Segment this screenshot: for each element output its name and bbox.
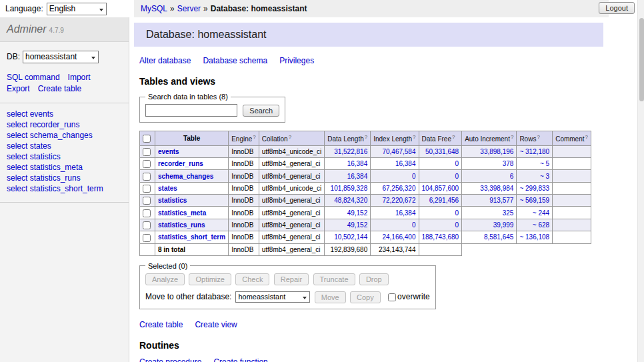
help-link[interactable]: ? [511, 134, 513, 140]
table-name-link[interactable]: events [158, 148, 179, 155]
language-select[interactable]: English [47, 3, 106, 15]
data-length-link[interactable]: 31,522,816 [334, 148, 367, 155]
auto-increment-link[interactable]: 8,581,645 [484, 233, 514, 241]
alter-database-link[interactable]: Alter database [139, 56, 191, 65]
move-db-select[interactable]: homeassistant [236, 292, 309, 302]
help-link[interactable]: ? [253, 134, 255, 140]
data-length-link[interactable]: 16,384 [347, 173, 368, 180]
database-schema-link[interactable]: Database schema [203, 56, 267, 65]
privileges-link[interactable]: Privileges [279, 56, 314, 65]
sidebar-link-import[interactable]: Import [68, 73, 91, 82]
truncate-button[interactable]: Truncate [313, 273, 355, 285]
vertical-scrollbar[interactable] [637, 0, 644, 362]
search-button[interactable]: Search [243, 105, 279, 117]
auto-increment-link[interactable]: 6 [510, 173, 514, 180]
data-length-link[interactable]: 10,502,144 [334, 233, 367, 241]
check-button[interactable]: Check [235, 273, 269, 285]
select-all-checkbox[interactable] [143, 135, 151, 143]
table-name-link[interactable]: recorder_runs [158, 160, 203, 167]
data-free-link[interactable]: 0 [455, 221, 459, 229]
row-checkbox[interactable] [143, 173, 151, 181]
rows-link[interactable]: ~ 628 [533, 221, 549, 229]
data-free-link[interactable]: 188,743,680 [422, 233, 459, 241]
table-name-link[interactable]: statistics_short_term [158, 233, 225, 241]
create-table-link[interactable]: Create table [139, 320, 183, 329]
help-link[interactable]: ? [585, 134, 588, 140]
create-view-link[interactable]: Create view [195, 320, 237, 329]
help-link[interactable]: ? [452, 134, 455, 140]
rows-link[interactable]: ~ 136,108 [519, 233, 549, 241]
sidebar-item-select-statistics[interactable]: select statistics [7, 151, 122, 162]
analyze-button[interactable]: Analyze [145, 273, 185, 285]
auto-increment-link[interactable]: 378 [503, 160, 514, 167]
index-length-link[interactable]: 0 [412, 173, 416, 180]
move-button[interactable]: Move [315, 291, 346, 303]
data-length-link[interactable]: 48,824,320 [334, 197, 367, 204]
row-checkbox[interactable] [143, 221, 151, 229]
table-name-link[interactable]: statistics [158, 197, 187, 204]
breadcrumb-link-server[interactable]: Server [177, 4, 201, 13]
sidebar-item-select-states[interactable]: select states [7, 141, 122, 151]
sidebar-item-select-recorder-runs[interactable]: select recorder_runs [7, 119, 122, 130]
data-free-link[interactable]: 6,291,456 [429, 197, 459, 204]
data-free-link[interactable]: 0 [455, 160, 459, 167]
row-checkbox[interactable] [143, 160, 151, 168]
breadcrumb-link-mysql[interactable]: MySQL [141, 4, 167, 13]
sidebar-item-select-events[interactable]: select events [7, 109, 122, 119]
db-select[interactable]: homeassistant [23, 51, 98, 63]
table-name-link[interactable]: statistics_runs [158, 221, 205, 229]
overwrite-checkbox[interactable] [388, 293, 396, 301]
auto-increment-link[interactable]: 913,577 [489, 197, 513, 204]
sidebar-link-sql-command[interactable]: SQL command [7, 73, 60, 82]
overwrite-label[interactable]: overwrite [397, 292, 430, 301]
logout-button[interactable]: Logout [599, 2, 635, 14]
rows-link[interactable]: ~ 244 [533, 209, 549, 217]
rows-link[interactable]: ~ 569,159 [519, 197, 549, 204]
help-link[interactable]: ? [289, 134, 291, 140]
data-length-link[interactable]: 49,152 [347, 209, 368, 217]
optimize-button[interactable]: Optimize [189, 273, 231, 285]
data-free-link[interactable]: 50,331,648 [425, 148, 459, 155]
sidebar-link-export[interactable]: Export [7, 84, 30, 93]
index-length-link[interactable]: 24,166,400 [382, 233, 415, 241]
data-free-link[interactable]: 104,857,600 [422, 185, 459, 192]
sidebar-link-create-table[interactable]: Create table [38, 84, 81, 93]
rows-link[interactable]: ~ 299,833 [519, 185, 549, 192]
row-checkbox[interactable] [143, 185, 151, 193]
index-length-link[interactable]: 70,467,584 [382, 148, 415, 155]
row-checkbox[interactable] [143, 148, 151, 156]
index-length-link[interactable]: 16,384 [395, 160, 416, 167]
auto-increment-link[interactable]: 325 [503, 209, 514, 217]
auto-increment-link[interactable]: 39,999 [493, 221, 514, 229]
table-name-link[interactable]: statistics_meta [158, 209, 206, 217]
sidebar-item-select-schema-changes[interactable]: select schema_changes [7, 130, 122, 141]
create-function-link[interactable]: Create function [213, 357, 267, 362]
data-length-link[interactable]: 49,152 [347, 221, 368, 229]
create-procedure-link[interactable]: Create procedure [139, 357, 201, 362]
index-length-link[interactable]: 0 [412, 221, 416, 229]
row-checkbox[interactable] [143, 209, 151, 217]
table-name-link[interactable]: schema_changes [158, 173, 213, 180]
auto-increment-link[interactable]: 33,398,984 [480, 185, 513, 192]
data-free-link[interactable]: 0 [455, 173, 459, 180]
repair-button[interactable]: Repair [274, 273, 309, 285]
data-length-link[interactable]: 101,859,328 [331, 185, 368, 192]
help-link[interactable]: ? [537, 134, 539, 140]
row-checkbox[interactable] [143, 234, 151, 242]
data-length-link[interactable]: 16,384 [347, 160, 368, 167]
drop-button[interactable]: Drop [359, 273, 389, 285]
index-length-link[interactable]: 72,220,672 [382, 197, 415, 204]
sidebar-item-select-statistics-meta[interactable]: select statistics_meta [7, 162, 122, 173]
data-free-link[interactable]: 0 [455, 209, 459, 217]
auto-increment-link[interactable]: 33,898,196 [480, 148, 513, 155]
index-length-link[interactable]: 16,384 [395, 209, 416, 217]
table-name-link[interactable]: states [158, 185, 177, 192]
rows-link[interactable]: ~ 3 [540, 173, 549, 180]
search-input[interactable] [145, 104, 237, 117]
index-length-link[interactable]: 67,256,320 [382, 185, 415, 192]
sidebar-item-select-statistics-short-term[interactable]: select statistics_short_term [7, 183, 122, 194]
rows-link[interactable]: ~ 312,180 [519, 148, 549, 155]
help-link[interactable]: ? [413, 134, 415, 140]
row-checkbox[interactable] [143, 197, 151, 205]
rows-link[interactable]: ~ 5 [540, 160, 549, 167]
